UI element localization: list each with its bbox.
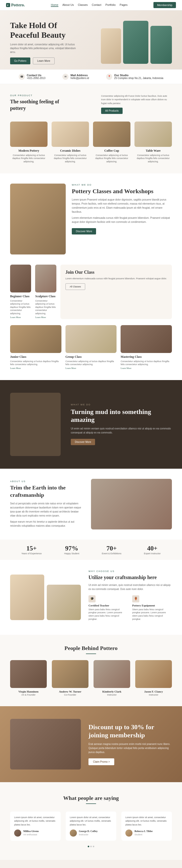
hero-secondary-btn[interactable]: Learn More: [33, 58, 54, 64]
member2-image: [52, 660, 88, 688]
dark-section-image: [10, 393, 61, 456]
junior-learn-more[interactable]: Learn More: [10, 367, 21, 369]
pottery-image: [10, 122, 47, 147]
nav-classes[interactable]: Classes: [78, 3, 88, 7]
beginner-learn-more[interactable]: Learn More: [10, 316, 21, 318]
hero-description: Lorem dolor sit amet, consectetur adipis…: [10, 42, 76, 54]
testimonials-divider: [86, 803, 96, 804]
group-learn-more[interactable]: Learn More: [66, 367, 76, 369]
nav-links: Home About Us Classes Contact Portfolio …: [51, 3, 128, 7]
equipment-icon: 🏺: [132, 595, 139, 602]
utilize-section: Why Choose Us Utilize your craftsmanship…: [0, 560, 182, 635]
discover-more-button[interactable]: Discover More: [72, 228, 96, 235]
testimonial-3: Lorem ipsum dolor sit amet, consectetur …: [121, 811, 172, 841]
dark-label: What We Do: [71, 403, 172, 406]
nav-pages[interactable]: Pages: [119, 3, 128, 7]
discount-title: Discount up to 30% for joining membershi…: [88, 723, 172, 739]
product-card-tableware: Table Ware Consectetur adipiscing ut luc…: [135, 122, 172, 163]
utilize-label: Why Choose Us: [88, 570, 172, 572]
stats-bar: 15+ Years of Experience 97% Happy Studen…: [0, 539, 182, 560]
hero-image-2: [123, 21, 148, 64]
beginner-class-card: Beginner Class Consectetur adipiscing ut…: [10, 265, 31, 319]
mastering-learn-more[interactable]: Learn More: [120, 367, 132, 369]
team-divider: [86, 654, 96, 654]
dishes-image: [51, 122, 89, 147]
svg-text:P: P: [7, 4, 9, 7]
dark-section: What We Do Turning mud into something am…: [0, 380, 182, 469]
all-classes-button[interactable]: All Classes: [66, 283, 85, 290]
team-section: People Behind Pottero Virgin Hanninen Ar…: [0, 635, 182, 706]
phone-icon: ☎: [19, 74, 25, 80]
group-image: [66, 325, 117, 353]
nav-portfolio[interactable]: Portfolio: [105, 3, 115, 7]
product-grid: Modern Pottery Consectetur adipiscing ut…: [10, 122, 172, 163]
testimonial-dots: [10, 846, 172, 847]
stat-students: 97% Happy Student: [64, 545, 79, 555]
member3-image: [94, 660, 130, 688]
dot-2[interactable]: [90, 846, 92, 847]
classes-desc1: Lorem ipsum Praesent volutpat augue dolo…: [72, 198, 172, 214]
testimonial-2: Lorem ipsum dolor sit amet, consectetur …: [66, 811, 116, 841]
all-products-button[interactable]: All Products: [101, 107, 122, 114]
class-types-section: Beginner Class Consectetur adipiscing ut…: [0, 265, 182, 380]
dot-1[interactable]: [88, 846, 89, 847]
dark-title: Turning mud into something amazing: [71, 408, 172, 424]
discount-desc: Erat aenean magna nostra posuere enim mo…: [88, 742, 172, 754]
classes-content: What We Do Pottery Classes and Workshops…: [72, 184, 172, 254]
dot-3[interactable]: [93, 846, 94, 847]
utilize-title: Utilize your craftsmanship here: [88, 574, 172, 581]
hero-primary-btn[interactable]: Go Pottero: [10, 58, 30, 64]
sculpture-learn-more[interactable]: Learn More: [35, 316, 46, 318]
author1-info: Millisa Givens Art enthusiast: [23, 830, 39, 836]
cup-image: [93, 122, 131, 147]
testimonials-title: What people are saying: [10, 795, 172, 801]
claim-promo-button[interactable]: Claim Promo >: [88, 758, 114, 765]
craft-image: [91, 479, 172, 529]
classes-desc2: Lorem elementum malesuada cursus nibh fe…: [72, 216, 172, 224]
nav-about[interactable]: About Us: [63, 3, 74, 7]
beginner-image: [10, 265, 31, 292]
member4-image: [135, 660, 172, 688]
feature-equipment: 🏺 Pottery Equipment Sitem para babu feis…: [132, 595, 172, 625]
teacher-icon: 🎓: [88, 595, 96, 602]
testimonial-1: Lorem ipsum dolor sit amet, consectetur …: [10, 811, 61, 841]
classes-main-image: [10, 184, 66, 254]
nav-home[interactable]: Home: [51, 3, 58, 7]
mastering-image: [120, 325, 172, 353]
logo-icon: P: [6, 3, 10, 7]
product-desc: Consectetur adipiscing elit Fusce Dolor …: [101, 94, 172, 105]
team-member-1: Virgin Hanninen Art & Founder: [10, 660, 47, 696]
dark-discover-btn[interactable]: Discover More: [71, 439, 95, 445]
hero-section: Take Hold Of Peaceful Beauty Lorem dolor…: [0, 10, 182, 69]
membership-button[interactable]: Membership: [153, 2, 176, 8]
stat-events: 70+ Event & Exhibitions: [102, 545, 121, 555]
product-card-dishes: Ceramic Dishes Consectetur adipiscing ut…: [51, 122, 89, 163]
contact-email: ✉ Mail Address hello@pottero.id: [63, 74, 89, 80]
hero-text: Take Hold Of Peaceful Beauty Lorem dolor…: [10, 21, 81, 64]
craft-desc2: Itaque earum rerum hic tenetur a sapient…: [10, 520, 83, 528]
author1-avatar: [14, 830, 21, 837]
hero-image-3: [150, 26, 172, 64]
group-class-card: Group Class Consectetur adipiscing ut lu…: [66, 325, 117, 370]
craft-image-container: [91, 479, 172, 529]
classes-image: [10, 184, 66, 254]
testimonials-section: What people are saying Lorem ipsum dolor…: [0, 782, 182, 860]
logo[interactable]: P Pottero.: [6, 3, 25, 7]
contact-phone: ☎ Contact Us +021-2092-2013: [19, 74, 45, 80]
testimonial-author-3: Rebecca I. Tibbe Student: [125, 830, 168, 837]
location-icon: 📍: [106, 74, 112, 80]
dark-description: Ut enim ad minim veniam quis nostrud exe…: [71, 427, 172, 435]
testimonials-grid: Lorem ipsum dolor sit amet, consectetur …: [10, 811, 172, 841]
contact-bar: ☎ Contact Us +021-2092-2013 ✉ Mail Addre…: [0, 69, 182, 84]
classes-top-row: Beginner Class Consectetur adipiscing ut…: [10, 265, 172, 319]
team-member-2: Andrew W. Turner Co-Founder: [52, 660, 88, 696]
nav-contact[interactable]: Contact: [92, 3, 101, 7]
contact-location: 📍 Our Studio 25 Complex shop No.21, Jaka…: [106, 74, 163, 80]
testimonial-author-2: George D. Coffey Instructor: [70, 830, 112, 837]
team-member-4: Jason F. Clancy Instructor: [135, 660, 172, 696]
feature-teacher: 🎓 Certified Teacher Sitem para babu feis…: [88, 595, 128, 625]
craft-text: About Us Trim the Earth into the craftsm…: [10, 480, 83, 528]
classes-title: Pottery Classes and Workshops: [72, 188, 172, 195]
author3-info: Rebecca I. Tibbe Student: [135, 830, 153, 836]
tableware-image: [135, 122, 172, 147]
